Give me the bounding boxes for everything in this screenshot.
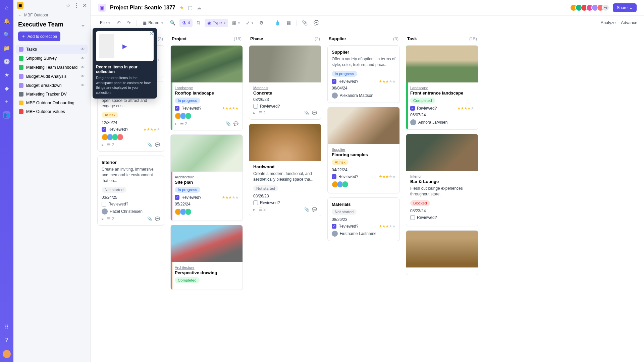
- add-to-collection-button[interactable]: ＋ Add to collection: [18, 32, 60, 41]
- reviewed-row[interactable]: ✓Reviewed?★★★★★: [332, 224, 395, 229]
- search-icon[interactable]: 🔍: [3, 31, 10, 38]
- apps-icon[interactable]: ⠿: [3, 323, 10, 330]
- avatar-stack[interactable]: +6: [572, 4, 609, 11]
- card[interactable]: InteriorBar & LoungeFlesh out lounge exp…: [406, 134, 478, 226]
- attachment-icon[interactable]: 📎: [147, 142, 152, 147]
- checkbox[interactable]: ✓: [332, 224, 336, 229]
- help-icon[interactable]: ?: [3, 337, 10, 344]
- tooltip-preview[interactable]: ▶: [96, 31, 154, 61]
- card[interactable]: LandscapeRooftop landscapeIn progress✓Re…: [170, 45, 243, 130]
- settings-icon[interactable]: ⚙: [257, 18, 266, 27]
- undo-icon[interactable]: ↶: [115, 18, 123, 27]
- comment-icon[interactable]: 💬: [155, 217, 160, 221]
- card[interactable]: [406, 230, 478, 275]
- eye-icon[interactable]: 👁: [80, 56, 85, 61]
- sidebar-item[interactable]: Budget Audit Analysis👁: [16, 72, 88, 81]
- card[interactable]: SupplierOffer a variety of options in te…: [327, 45, 400, 103]
- checkbox[interactable]: ✓: [175, 195, 179, 200]
- checkbox[interactable]: [253, 200, 258, 205]
- comment-icon[interactable]: 💬: [233, 121, 238, 126]
- caret-icon[interactable]: ▸: [102, 142, 104, 147]
- caret-icon[interactable]: ▸: [253, 111, 255, 115]
- bell-icon[interactable]: 🔔: [3, 17, 10, 25]
- reviewed-row[interactable]: ✓Reviewed?★★★★★: [332, 174, 395, 179]
- type-button[interactable]: ◉ Type▾: [205, 19, 228, 27]
- attachment-icon[interactable]: 📎: [304, 111, 309, 115]
- checkbox[interactable]: [102, 202, 106, 206]
- column-header[interactable]: Task(15): [406, 35, 478, 45]
- card-category[interactable]: Landscape: [410, 86, 474, 90]
- view-board[interactable]: ▦ Board▾: [140, 19, 165, 27]
- group-icon[interactable]: ▦▾: [230, 18, 242, 27]
- checkbox[interactable]: [253, 104, 258, 109]
- comment-icon[interactable]: 💬: [312, 18, 321, 27]
- reviewed-row[interactable]: ✓Reviewed?★★★★★: [102, 127, 160, 132]
- checkbox[interactable]: ✓: [410, 106, 415, 111]
- card-category[interactable]: Landscape: [175, 86, 238, 90]
- eye-icon[interactable]: 👁: [80, 47, 85, 52]
- sidebar-item[interactable]: MBF Outdoor Values: [16, 107, 88, 116]
- eye-icon[interactable]: 👁: [80, 65, 85, 70]
- reviewed-row[interactable]: ✓Reviewed?★★★★★: [410, 106, 474, 111]
- breadcrumb[interactable]: ← MBF Outdoor: [13, 11, 90, 19]
- tab-more-icon[interactable]: ⋮: [74, 2, 79, 9]
- caret-icon[interactable]: ▸: [253, 207, 255, 212]
- card-category[interactable]: Interior: [410, 174, 474, 178]
- comment-icon[interactable]: 💬: [312, 111, 317, 115]
- diamond-icon[interactable]: ◆: [3, 84, 10, 92]
- sidebar-item[interactable]: Tasks👁: [16, 45, 88, 54]
- attachment-icon[interactable]: 📎: [147, 217, 152, 221]
- subtask-icon[interactable]: ☰ 2: [180, 121, 187, 126]
- share-button[interactable]: Share⌄: [613, 3, 637, 12]
- caret-icon[interactable]: ▸: [102, 217, 104, 221]
- card[interactable]: InteriorCreate an inviting, immersive, a…: [97, 156, 164, 225]
- subtask-icon[interactable]: ☰ 2: [259, 111, 266, 115]
- reviewed-row[interactable]: ✓Reviewed?★★★★★: [175, 195, 238, 200]
- file-menu[interactable]: File▾: [97, 19, 113, 27]
- subtask-icon[interactable]: ☰ 2: [259, 207, 266, 212]
- table-icon[interactable]: ▦: [284, 18, 293, 27]
- reviewed-row[interactable]: ✓Reviewed?★★★★★: [175, 106, 238, 111]
- card-category[interactable]: Supplier: [332, 147, 395, 152]
- sidebar-item[interactable]: Shipping Survey👁: [16, 54, 88, 63]
- column-header[interactable]: Supplier(3): [327, 35, 400, 45]
- back-icon[interactable]: ←: [18, 13, 22, 17]
- filter-button[interactable]: ⚗ 4: [179, 19, 193, 27]
- reviewed-row[interactable]: Reviewed?: [410, 215, 474, 220]
- reviewed-row[interactable]: Reviewed?: [253, 104, 317, 109]
- checkbox[interactable]: [410, 215, 415, 220]
- chevron-down-icon[interactable]: ⌄: [80, 21, 86, 28]
- folder-icon[interactable]: 📁: [3, 44, 10, 52]
- reviewed-row[interactable]: Reviewed?: [102, 202, 160, 206]
- eye-icon[interactable]: 👁: [80, 83, 85, 88]
- card-category[interactable]: Materials: [253, 86, 317, 90]
- sort-icon[interactable]: ⇅: [195, 18, 203, 27]
- cloud-icon[interactable]: ☁: [197, 5, 202, 11]
- column-header[interactable]: Project(18): [170, 35, 243, 45]
- clock-icon[interactable]: 🕐: [3, 58, 10, 65]
- subtask-icon[interactable]: ☰ 2: [107, 217, 114, 221]
- attachment-icon[interactable]: 📎: [304, 207, 309, 212]
- analyze-button[interactable]: Analyze: [601, 20, 615, 25]
- sidebar-item[interactable]: Budget Breakdown👁: [16, 81, 88, 90]
- sidebar-item[interactable]: MBF Outdoor Onboarding: [16, 99, 88, 107]
- card[interactable]: ArchitecturePerspective drawingCompleted: [170, 225, 243, 290]
- reviewed-row[interactable]: ✓Reviewed?★★★★★: [332, 79, 395, 84]
- sidebar-item[interactable]: Marketing Team Dashboard👁: [16, 63, 88, 72]
- checkbox[interactable]: ✓: [175, 106, 179, 111]
- plus-icon[interactable]: ＋: [3, 98, 10, 105]
- comment-icon[interactable]: 💬: [312, 207, 317, 212]
- card-category[interactable]: Architecture: [175, 265, 238, 269]
- card-category[interactable]: Architecture: [175, 175, 238, 179]
- attachment-icon[interactable]: 📎: [226, 121, 231, 126]
- attach-icon[interactable]: 📎: [300, 18, 310, 27]
- search-icon[interactable]: 🔍: [168, 18, 177, 27]
- paint-icon[interactable]: 💧: [273, 18, 282, 27]
- checkbox[interactable]: ✓: [332, 79, 336, 84]
- card[interactable]: HardwoodCreate a modern, functional, and…: [249, 124, 321, 216]
- checkbox[interactable]: ✓: [102, 127, 106, 132]
- redo-icon[interactable]: ↷: [125, 18, 133, 27]
- column-header[interactable]: Phase(2): [249, 35, 321, 45]
- card[interactable]: MaterialsConcrete08/26/23Reviewed?▸☰ 2📎💬: [249, 45, 321, 120]
- subtask-icon[interactable]: ☰ 2: [107, 142, 114, 147]
